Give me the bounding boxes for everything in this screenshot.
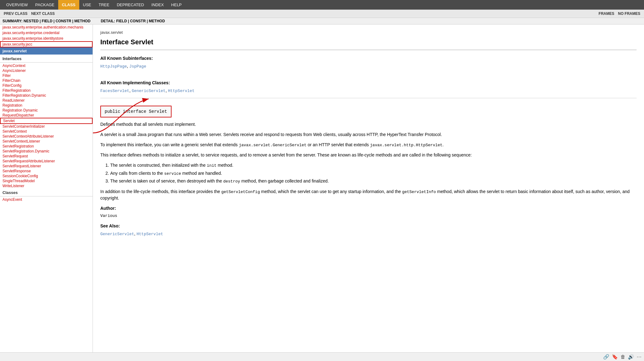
author-label: Author: (100, 205, 637, 212)
sidebar-item-ServletRegistration-Dynamic[interactable]: ServletRegistration.Dynamic (0, 149, 93, 154)
sidebar-item-Filter[interactable]: Filter (0, 73, 93, 78)
interfaces-separator (0, 62, 93, 63)
FacesServlet-link[interactable]: FacesServlet (100, 89, 129, 93)
list2-code: service (164, 171, 181, 176)
sidebar-item-ServletResponse[interactable]: ServletResponse (0, 169, 93, 174)
HttpServlet-link[interactable]: HttpServlet (168, 89, 194, 93)
delete-button[interactable]: 🗑 (620, 354, 625, 360)
sidebar-item-FilterRegistration[interactable]: FilterRegistration (0, 88, 93, 93)
bookmark-button[interactable]: 🔖 (612, 354, 618, 360)
classes-separator (0, 196, 93, 196)
sidebar-item-ServletContainerInitializer[interactable]: ServletContainerInitializer (0, 124, 93, 129)
sidebar-item-FilterConfig[interactable]: FilterConfig (0, 83, 93, 88)
list2-text2: method are handled. (181, 171, 222, 176)
list-item-2: Any calls from clients to the service me… (110, 170, 637, 177)
HttpJspPage-link[interactable]: HttpJspPage (100, 64, 127, 69)
desc3-code1: javax.servlet.GenericServlet (239, 143, 306, 147)
page-title: Interface Servlet (100, 37, 637, 50)
author-value: Various (100, 213, 637, 219)
top-navigation: OVERVIEW PACKAGE CLASS USE TREE DEPRECAT… (0, 0, 644, 10)
JspPage-link[interactable]: JspPage (129, 64, 146, 69)
desc3-text2: or an HTTP servlet that extends (307, 142, 370, 147)
nav-package[interactable]: PACKAGE (32, 0, 58, 10)
sidebar-item-ServletRequestAttributeListener[interactable]: ServletRequestAttributeListener (0, 159, 93, 164)
implementing-classes-links: FacesServlet, GenericServlet, HttpServle… (100, 87, 637, 94)
sidebar-item-FilterChain[interactable]: FilterChain (0, 78, 93, 83)
package-item-2[interactable]: javax.security.enterprise.identitystore (0, 36, 93, 41)
list3-text2: method, then garbage collected and final… (240, 178, 329, 183)
sidebar-item-ServletContextListener[interactable]: ServletContextListener (0, 139, 93, 144)
lifecycle-list: The servlet is constructed, then initial… (110, 162, 637, 185)
sidebar: javax.security.enterprise.authentication… (0, 24, 93, 352)
subinterfaces-label: All Known Subinterfaces: (100, 55, 637, 62)
see-also-GenericServlet[interactable]: GenericServlet (100, 232, 134, 236)
no-frames-link[interactable]: NO FRAMES (617, 11, 642, 16)
sidebar-item-SessionCookieConfig[interactable]: SessionCookieConfig (0, 174, 93, 178)
package-item-1[interactable]: javax.security.enterprise.credential (0, 30, 93, 36)
interface-declaration-box: public interface Servlet (100, 106, 172, 117)
sidebar-item-Registration-Dynamic[interactable]: Registration Dynamic (0, 108, 93, 113)
sidebar-item-ServletRequestListener[interactable]: ServletRequestListener (0, 164, 93, 169)
desc5-text2: method, which the servlet can use to get… (260, 189, 402, 194)
volume-button[interactable]: 🔊 (628, 354, 634, 360)
nav-use[interactable]: USE (79, 0, 95, 10)
frames-link[interactable]: FRAMES (597, 11, 616, 16)
sidebar-item-AsyncContext[interactable]: AsyncContext (0, 63, 93, 68)
sidebar-item-AsyncEvent[interactable]: AsyncEvent (0, 197, 93, 202)
GenericServlet-link[interactable]: GenericServlet (132, 89, 165, 93)
desc5-code2: getServletInfo (402, 190, 436, 194)
see-also-links: GenericServlet, HttpServlet (100, 231, 637, 237)
package-item-jacc[interactable]: javax.security.jacc (0, 41, 93, 47)
sidebar-item-ServletContext[interactable]: ServletContext (0, 129, 93, 134)
description-para-3: To implement this interface, you can wri… (100, 142, 637, 148)
second-navigation: PREV CLASS NEXT CLASS FRAMES NO FRAMES (0, 10, 644, 18)
list3-code: destroy (223, 179, 240, 184)
prev-class-link[interactable]: PREV CLASS (2, 11, 29, 16)
interface-declaration-code: public interface Servlet (105, 109, 167, 114)
summary-text: SUMMARY: NESTED | FIELD | CONSTR | METHO… (2, 19, 90, 23)
implementing-classes-label: All Known Implementing Classes: (100, 80, 637, 86)
sidebar-item-AsyncListener[interactable]: AsyncListener (0, 68, 93, 73)
description-para-5: In addition to the life-cycle methods, t… (100, 188, 637, 202)
sidebar-item-SingleThreadModel[interactable]: SingleThreadModel (0, 178, 93, 183)
nav-tree[interactable]: TREE (95, 0, 113, 10)
list1-text2: method. (216, 163, 233, 168)
desc3-code2: javax.servlet.http.HttpServlet (370, 143, 442, 147)
see-also-label: See Also: (100, 223, 637, 229)
nav-overview[interactable]: OVERVIEW (2, 0, 32, 10)
selected-package-header[interactable]: javax.servlet (0, 47, 93, 55)
more-button[interactable]: ⋯ (637, 354, 642, 360)
list1-text1: The servlet is constructed, then initial… (110, 163, 207, 168)
nav-class[interactable]: CLASS (58, 0, 79, 10)
sidebar-item-WriteListener[interactable]: WriteListener (0, 183, 93, 188)
sidebar-item-ServletContextAttributeListener[interactable]: ServletContextAttributeListener (0, 134, 93, 139)
package-list: javax.security.enterprise.authentication… (0, 24, 93, 202)
package-item-0[interactable]: javax.security.enterprise.authentication… (0, 24, 93, 30)
sidebar-item-ServletRequest[interactable]: ServletRequest (0, 154, 93, 159)
desc3-text1: To implement this interface, you can wri… (100, 142, 239, 147)
desc3-text3: . (442, 142, 444, 147)
description-para-2: A servlet is a small Java program that r… (100, 131, 637, 138)
description-para-4: This interface defines methods to initia… (100, 152, 637, 158)
sidebar-item-ServletRegistration[interactable]: ServletRegistration (0, 144, 93, 149)
bottom-toolbar: 🔗 🔖 🗑 🔊 ⋯ (0, 352, 644, 361)
see-also-HttpServlet[interactable]: HttpServlet (137, 232, 163, 236)
list-item-3: The servlet is taken out of service, the… (110, 178, 637, 185)
nav-help[interactable]: HELP (168, 0, 185, 10)
summary-navigation: SUMMARY: NESTED | FIELD | CONSTR | METHO… (0, 18, 644, 24)
breadcrumb: javax.servlet (100, 29, 637, 36)
next-class-link[interactable]: NEXT CLASS (30, 11, 56, 16)
list3-text1: The servlet is taken out of service, the… (110, 178, 223, 183)
sidebar-item-Servlet[interactable]: Servlet (0, 118, 93, 124)
interfaces-section-header: Interfaces (0, 55, 93, 62)
desc5-text1: In addition to the life-cycle methods, t… (100, 189, 221, 194)
sidebar-item-ReadListener[interactable]: ReadListener (0, 98, 93, 103)
content-area: javax.servlet Interface Servlet All Know… (93, 24, 644, 352)
sidebar-item-Registration[interactable]: Registration (0, 103, 93, 108)
nav-index[interactable]: INDEX (148, 0, 168, 10)
sidebar-item-FilterRegistration-Dynamic[interactable]: FilterRegistration.Dynamic (0, 93, 93, 98)
classes-section-header: Classes (0, 188, 93, 196)
share-button[interactable]: 🔗 (603, 354, 609, 360)
sidebar-item-RequestDispatcher[interactable]: RequestDispatcher (0, 113, 93, 118)
nav-deprecated[interactable]: DEPRECATED (113, 0, 148, 10)
